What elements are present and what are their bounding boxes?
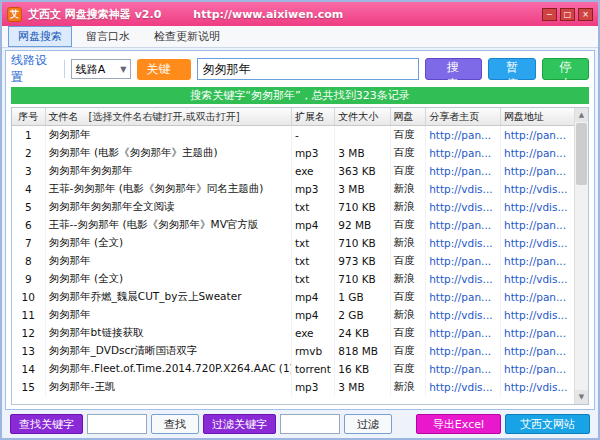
cell-address-link[interactable]: http://pan... xyxy=(501,342,574,360)
table-row[interactable]: 10匆匆那年乔燃_魏晨CUT_by云上Sweatermp41 GB百度http:… xyxy=(12,288,574,306)
table-row[interactable]: 12匆匆那年bt链接获取exe24 KB百度http://pan...http:… xyxy=(12,324,574,342)
cell-filename[interactable]: 匆匆那年.Fleet.of.Time.2014.720P.X264.AAC (1… xyxy=(46,360,292,378)
cell-address-link[interactable]: http://vdis... xyxy=(501,270,574,288)
table-row[interactable]: 8匆匆那年txt973 KB百度http://pan...http://pan.… xyxy=(12,252,574,270)
find-keyword-button[interactable]: 查找关键字 xyxy=(10,414,83,434)
cell-address-link[interactable]: http://pan... xyxy=(501,360,574,378)
filter-button[interactable]: 过滤 xyxy=(344,414,392,434)
cell-size: 1 GB xyxy=(335,288,390,306)
find-keyword-input[interactable] xyxy=(87,414,147,434)
cell-sharer-link[interactable]: http://pan... xyxy=(426,144,501,162)
close-button[interactable]: × xyxy=(578,8,593,21)
search-button[interactable]: 搜 索 xyxy=(425,58,482,80)
table-row[interactable]: 4王菲-匆匆那年 (电影《匆匆那年》同名主题曲)mp33 MB新浪http://… xyxy=(12,180,574,198)
cell-sharer-link[interactable]: http://vdis... xyxy=(426,378,501,396)
cell-sharer-link[interactable]: http://vdis... xyxy=(426,270,501,288)
cell-no: 2 xyxy=(12,144,46,162)
cell-sharer-link[interactable]: http://pan... xyxy=(426,288,501,306)
cell-no: 7 xyxy=(12,234,46,252)
export-excel-button[interactable]: 导出Excel xyxy=(416,414,501,434)
cell-filename[interactable]: 匆匆那年 (电影《匆匆那年》主题曲) xyxy=(46,144,292,162)
cell-filename[interactable]: 匆匆那年_DVDscr清晰国语双字 xyxy=(46,342,292,360)
cell-filename[interactable]: 匆匆那年 (全文) xyxy=(46,234,292,252)
scrollbar-thumb[interactable] xyxy=(576,123,587,185)
cell-ext: exe xyxy=(292,324,335,342)
cell-address-link[interactable]: http://pan... xyxy=(501,144,574,162)
cell-sharer-link[interactable]: http://vdis... xyxy=(426,306,501,324)
cell-sharer-link[interactable]: http://pan... xyxy=(426,324,501,342)
cell-ext: mp3 xyxy=(292,144,335,162)
titlebar: 艾 艾西文 网盘搜索神器 v2.0 http://www.aixiwen.com… xyxy=(2,2,598,26)
keyword-input[interactable] xyxy=(197,58,420,80)
cell-filename[interactable]: 匆匆那年 (全文) xyxy=(46,270,292,288)
table-row[interactable]: 2匆匆那年 (电影《匆匆那年》主题曲)mp33 MB百度http://pan..… xyxy=(12,144,574,162)
cell-sharer-link[interactable]: http://vdis... xyxy=(426,234,501,252)
cell-address-link[interactable]: http://pan... xyxy=(501,126,574,144)
table-row[interactable]: 7匆匆那年 (全文)txt710 KB新浪http://vdis...http:… xyxy=(12,234,574,252)
cell-address-link[interactable]: http://pan... xyxy=(501,162,574,180)
cell-sharer-link[interactable]: http://pan... xyxy=(426,252,501,270)
cell-size: 92 MB xyxy=(335,216,390,234)
cell-filename[interactable]: 匆匆那年匆匆那年 xyxy=(46,162,292,180)
stop-button[interactable]: 停止 xyxy=(542,58,589,80)
line-settings-label: 线路设置 xyxy=(11,52,58,86)
status-message: 搜索关键字“匆匆那年”，总共找到323条记录 xyxy=(11,87,589,104)
cell-address-link[interactable]: http://vdis... xyxy=(501,198,574,216)
table-row[interactable]: 15匆匆那年-王凯mp33 MB新浪http://vdis...http://v… xyxy=(12,378,574,396)
filter-keyword-input[interactable] xyxy=(280,414,340,434)
cell-filename[interactable]: 匆匆那年 xyxy=(46,306,292,324)
cell-no: 8 xyxy=(12,252,46,270)
table-row[interactable]: 9匆匆那年 (全文)txt710 KB新浪http://vdis...http:… xyxy=(12,270,574,288)
cell-filename[interactable]: 王菲--匆匆那年 (电影《匆匆那年》MV官方版 xyxy=(46,216,292,234)
cell-address-link[interactable]: http://vdis... xyxy=(501,180,574,198)
cell-no: 6 xyxy=(12,216,46,234)
cell-size: 973 KB xyxy=(335,252,390,270)
cell-address-link[interactable]: http://pan... xyxy=(501,288,574,306)
cell-filename[interactable]: 匆匆那年 xyxy=(46,126,292,144)
cell-sharer-link[interactable]: http://vdis... xyxy=(426,198,501,216)
cell-sharer-link[interactable]: http://vdis... xyxy=(426,180,501,198)
cell-filename[interactable]: 王菲-匆匆那年 (电影《匆匆那年》同名主题曲) xyxy=(46,180,292,198)
cell-address-link[interactable]: http://pan... xyxy=(501,252,574,270)
cell-address-link[interactable]: http://pan... xyxy=(501,324,574,342)
line-select[interactable]: 线路A ▼ xyxy=(71,59,132,79)
cell-filename[interactable]: 匆匆那年-王凯 xyxy=(46,378,292,396)
table-scrollbar[interactable]: ▲ ▼ xyxy=(574,108,588,404)
cell-filename[interactable]: 匆匆那年乔燃_魏晨CUT_by云上Sweater xyxy=(46,288,292,306)
cell-no: 9 xyxy=(12,270,46,288)
cell-sharer-link[interactable]: http://pan... xyxy=(426,360,501,378)
table-row[interactable]: 5匆匆那年匆匆那年全文阅读txt710 KB新浪http://vdis...ht… xyxy=(12,198,574,216)
scroll-down-icon[interactable]: ▼ xyxy=(575,390,588,404)
cell-filename[interactable]: 匆匆那年bt链接获取 xyxy=(46,324,292,342)
cell-filename[interactable]: 匆匆那年 xyxy=(46,252,292,270)
table-row[interactable]: 3匆匆那年匆匆那年exe363 KB百度http://pan...http://… xyxy=(12,162,574,180)
cell-address-link[interactable]: http://pan... xyxy=(501,216,574,234)
cell-no: 3 xyxy=(12,162,46,180)
website-button[interactable]: 艾西文网站 xyxy=(505,414,590,434)
table-row[interactable]: 13匆匆那年_DVDscr清晰国语双字rmvb818 MB百度http://pa… xyxy=(12,342,574,360)
pause-button[interactable]: 暂停 xyxy=(488,58,535,80)
tab-netdisk-search[interactable]: 网盘搜索 xyxy=(8,26,72,47)
table-row[interactable]: 14匆匆那年.Fleet.of.Time.2014.720P.X264.AAC … xyxy=(12,360,574,378)
maximize-button[interactable]: □ xyxy=(560,8,575,21)
table-row[interactable]: 11匆匆那年mp42 GB新浪http://vdis...http://vdis… xyxy=(12,306,574,324)
filter-keyword-button[interactable]: 过滤关键字 xyxy=(203,414,276,434)
cell-sharer-link[interactable]: http://pan... xyxy=(426,342,501,360)
cell-address-link[interactable]: http://vdis... xyxy=(501,378,574,396)
cell-address-link[interactable]: http://vdis... xyxy=(501,234,574,252)
table-header: 序号 文件名 [选择文件名右键打开,或双击打开] 扩展名 文件大小 网盘 分享者… xyxy=(12,108,574,126)
cell-address-link[interactable]: http://vdis... xyxy=(501,306,574,324)
cell-sharer-link[interactable]: http://pan... xyxy=(426,162,501,180)
minimize-button[interactable]: ─ xyxy=(542,8,557,21)
table-row[interactable]: 1匆匆那年-百度http://pan...http://pan... xyxy=(12,126,574,144)
cell-sharer-link[interactable]: http://pan... xyxy=(426,216,501,234)
find-button[interactable]: 查找 xyxy=(151,414,199,434)
tab-update-notes[interactable]: 检查更新说明 xyxy=(144,26,230,47)
tab-message-board[interactable]: 留言口水 xyxy=(76,26,140,47)
cell-filename[interactable]: 匆匆那年匆匆那年全文阅读 xyxy=(46,198,292,216)
cell-sharer-link[interactable]: http://pan... xyxy=(426,126,501,144)
table-row[interactable]: 6王菲--匆匆那年 (电影《匆匆那年》MV官方版mp492 MB百度http:/… xyxy=(12,216,574,234)
scroll-up-icon[interactable]: ▲ xyxy=(575,108,588,122)
cell-ext: txt xyxy=(292,198,335,216)
cell-no: 14 xyxy=(12,360,46,378)
